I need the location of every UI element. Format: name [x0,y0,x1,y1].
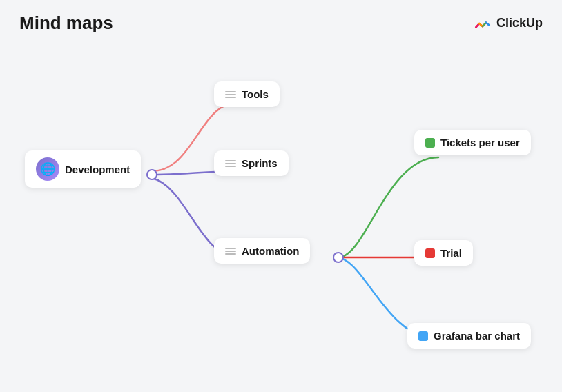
automation-list-icon [225,248,236,255]
development-node[interactable]: 🌐 Development [25,150,141,188]
sprints-node[interactable]: Sprints [214,150,289,176]
tools-list-icon [225,91,236,98]
trial-color-square [425,248,435,258]
logo-text: ClickUp [496,16,543,30]
sprints-label: Sprints [242,157,278,169]
grafana-label: Grafana bar chart [434,330,520,342]
development-connector-dot [146,169,157,180]
page-title: Mind maps [19,12,113,34]
globe-icon: 🌐 [36,157,59,181]
tickets-per-user-label: Tickets per user [440,137,520,148]
automation-label: Automation [242,245,299,257]
grafana-color-square [418,331,428,341]
development-label: Development [65,164,130,175]
tickets-per-user-node[interactable]: Tickets per user [414,130,531,155]
automation-node[interactable]: Automation [214,238,310,264]
tools-node[interactable]: Tools [214,81,280,107]
logo: ClickUp [473,14,543,33]
tools-label: Tools [242,88,269,100]
trial-node[interactable]: Trial [414,240,473,266]
header: Mind maps ClickUp [0,0,562,34]
clickup-logo-icon [473,14,492,33]
grafana-node[interactable]: Grafana bar chart [407,323,531,349]
tickets-color-square [425,138,435,148]
trial-label: Trial [440,247,462,259]
sprints-list-icon [225,160,236,167]
automation-connector-dot [333,252,344,263]
